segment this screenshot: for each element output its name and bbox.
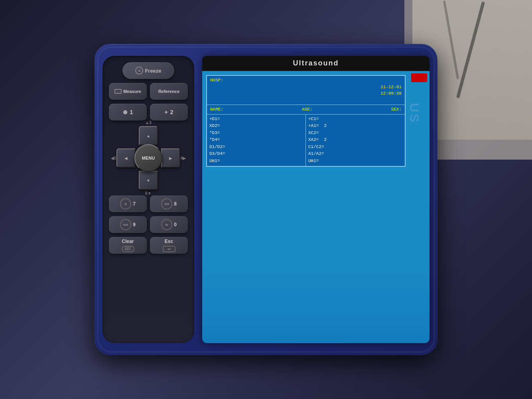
b-bb-row: B 7 B/B 8 <box>109 196 188 212</box>
measurements-area: +D1= XD2= *D3= *D4= D1/D2= D3/D4= Um1= +… <box>207 115 405 166</box>
red-indicator <box>411 73 427 82</box>
name-label: NAME: <box>210 106 223 113</box>
measure-icon: ↔ <box>114 89 122 94</box>
bb-number: 8 <box>174 201 177 207</box>
freeze-icon <box>135 67 143 75</box>
clear-icon: ABC <box>122 246 134 252</box>
left-label: ◀5 <box>111 156 116 160</box>
esc-sub-label: ↩ <box>167 247 171 251</box>
up-label: ▲3 <box>145 120 151 125</box>
down-label: 6▼ <box>145 191 151 196</box>
screen-area: Ultrasound US HOSP: 11-12-01 12:09:38 <box>202 56 430 343</box>
device-title: Ultrasound <box>293 59 339 67</box>
clear-sub-label: ABC <box>124 247 131 251</box>
m-icon: M <box>161 219 172 230</box>
measure-label: Measure <box>123 89 141 94</box>
ultrasound-device: Freeze ↔ Measure Reference ⊕ 1 <box>95 44 437 355</box>
photo-background: Freeze ↔ Measure Reference ⊕ 1 <box>0 0 532 399</box>
zoom1-label: 1 <box>130 109 133 115</box>
menu-label: MENU <box>142 156 155 160</box>
measure-reference-row: ↔ Measure Reference <box>109 83 188 100</box>
freeze-label: Freeze <box>145 68 161 74</box>
esc-icon: ↩ <box>163 246 175 252</box>
clear-button[interactable]: Clear ABC <box>109 237 147 254</box>
dpad-up-button[interactable]: ▲ <box>139 126 158 145</box>
b-number: 7 <box>133 201 136 207</box>
data-table: HOSP: 11-12-01 12:09:38 NAME: AGE: SEX: <box>206 75 406 167</box>
date-value: 11-12-01 <box>380 85 402 89</box>
reference-label: Reference <box>158 89 179 94</box>
b-button[interactable]: B 7 <box>109 196 147 212</box>
zoom1-button[interactable]: ⊕ 1 <box>109 104 147 120</box>
screen-watermark: US <box>407 103 422 124</box>
dpad-left-button[interactable]: ◀ <box>116 148 136 168</box>
screen-display: US HOSP: 11-12-01 12:09:38 NAME: AGE: <box>202 71 430 343</box>
control-panel: Freeze ↔ Measure Reference ⊕ 1 <box>102 56 194 343</box>
bb-icon: B/B <box>161 198 172 209</box>
hosp-label: HOSP: <box>210 77 223 103</box>
hosp-row: HOSP: 11-12-01 12:09:38 <box>207 76 405 105</box>
m-button[interactable]: M 0 <box>150 216 188 233</box>
esc-label: Esc <box>165 239 173 244</box>
age-label: AGE: <box>302 106 312 113</box>
menu-button[interactable]: MENU <box>134 144 162 172</box>
b-icon: B <box>120 198 131 209</box>
name-row: NAME: AGE: SEX: <box>207 105 405 115</box>
bm-m-row: B/M 9 M 0 <box>109 216 188 233</box>
bm-number: 9 <box>133 222 136 227</box>
dpad-container: ▲3 6▼ ◀5 4▶ ▲ ▼ ◀ ▶ MENU <box>116 126 180 190</box>
screen-bottom-gradient <box>202 263 430 343</box>
measure-button[interactable]: ↔ Measure <box>109 83 147 100</box>
freeze-button[interactable]: Freeze <box>122 62 174 79</box>
esc-button[interactable]: Esc ↩ <box>150 237 188 254</box>
sex-label: SEX: <box>391 106 402 113</box>
clear-esc-row: Clear ABC Esc ↩ <box>109 237 188 254</box>
dpad-down-button[interactable]: ▼ <box>139 171 158 190</box>
dpad-right-button[interactable]: ▶ <box>161 148 180 168</box>
right-col-data: +C1= +A1= 2 XC2= XA2= 2 C1/C2= A1/A2= Um… <box>308 116 402 165</box>
bm-icon: B/M <box>120 219 131 230</box>
clear-label: Clear <box>122 239 134 244</box>
time-value: 12:09:38 <box>380 91 402 96</box>
zoom2-button[interactable]: + 2 <box>150 104 188 120</box>
bb-button[interactable]: B/B 8 <box>150 196 188 212</box>
left-measurements: +D1= XD2= *D3= *D4= D1/D2= D3/D4= Um1= <box>207 115 306 166</box>
zoom2-label: 2 <box>170 109 173 115</box>
reference-button[interactable]: Reference <box>150 83 188 100</box>
right-label: 4▶ <box>180 156 186 160</box>
right-measurements: +C1= +A1= 2 XC2= XA2= 2 C1/C2= A1/A2= Um… <box>306 115 405 166</box>
datetime: 11-12-01 12:09:38 <box>344 77 402 103</box>
bm-button[interactable]: B/M 9 <box>109 216 147 233</box>
screen-header: Ultrasound <box>202 56 430 71</box>
m-number: 0 <box>174 222 177 227</box>
left-col-data: +D1= XD2= *D3= *D4= D1/D2= D3/D4= Um1= <box>209 116 303 165</box>
zoom-row: ⊕ 1 + 2 <box>109 104 188 120</box>
